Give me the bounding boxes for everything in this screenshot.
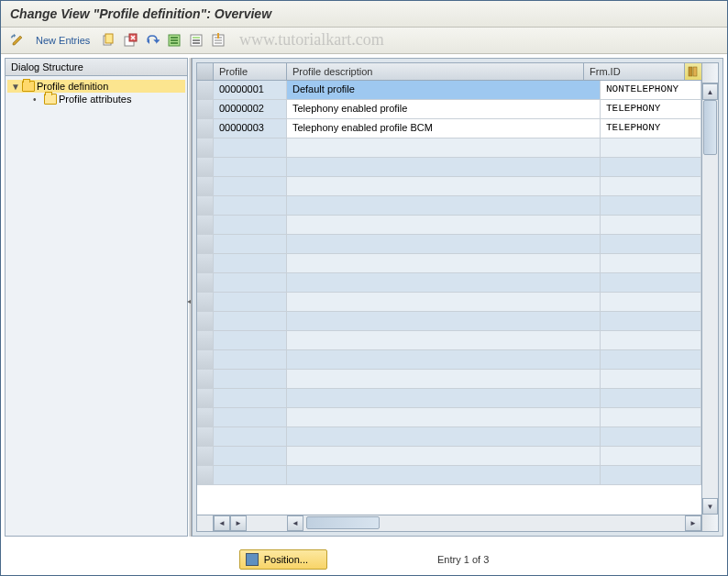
row-selector[interactable] [197,216,214,234]
delete-icon[interactable] [121,31,139,50]
tree-item-profile-definition[interactable]: ▼ Profile definition [7,80,185,93]
column-header-description[interactable]: Profile description [287,63,584,80]
cell-description[interactable] [287,331,601,349]
toggle-display-change-icon[interactable] [8,31,27,50]
row-selector[interactable] [197,389,214,407]
table-row-empty[interactable] [197,389,701,408]
table-row-empty[interactable] [197,177,701,196]
cell-frmid[interactable] [601,254,701,272]
select-block-icon[interactable] [187,31,205,50]
row-selector[interactable] [197,312,214,330]
row-selector[interactable] [197,235,214,253]
hscroll-right-button-2[interactable]: ► [685,515,701,531]
vscroll-down-button[interactable]: ▼ [702,498,718,515]
row-selector[interactable] [197,119,214,138]
cell-profile[interactable] [214,350,287,369]
row-selector[interactable] [197,196,214,215]
cell-profile[interactable] [214,312,287,330]
cell-frmid[interactable] [601,331,701,349]
cell-frmid[interactable] [601,235,701,253]
cell-description[interactable] [287,370,601,388]
vscroll-track[interactable] [702,100,718,498]
deselect-all-icon[interactable] [209,31,227,50]
cell-description[interactable]: Telephony enabled profile BCM [287,119,601,138]
row-selector[interactable] [197,158,214,176]
cell-profile[interactable] [214,235,287,253]
row-selector[interactable] [197,100,214,118]
cell-profile[interactable] [214,389,287,407]
cell-frmid[interactable] [601,408,701,426]
row-selector[interactable] [197,254,214,272]
row-selector[interactable] [197,447,214,465]
table-row[interactable]: 00000001 Default profile NONTELEPHONY [197,81,701,100]
undo-change-icon[interactable] [143,31,161,50]
copy-as-icon[interactable] [99,31,117,50]
cell-profile[interactable] [214,293,287,311]
table-row-empty[interactable] [197,427,701,447]
cell-profile[interactable] [214,331,287,349]
row-selector[interactable] [197,273,214,292]
cell-description[interactable] [287,273,601,292]
table-row-empty[interactable] [197,235,701,254]
new-entries-button[interactable]: New Entries [30,33,95,48]
table-row[interactable]: 00000003 Telephony enabled profile BCM T… [197,119,701,138]
row-selector[interactable] [197,408,214,426]
row-selector[interactable] [197,370,214,388]
cell-profile[interactable] [214,447,287,465]
splitter[interactable] [188,58,192,537]
hscroll-right-button[interactable]: ► [230,515,247,531]
select-all-icon[interactable] [165,31,183,50]
cell-frmid[interactable] [601,138,701,157]
table-row-empty[interactable] [197,331,701,350]
hscroll-track[interactable] [303,515,685,531]
row-selector[interactable] [197,177,214,195]
cell-frmid[interactable] [601,273,701,292]
table-row[interactable]: 00000002 Telephony enabled profile TELEP… [197,100,701,119]
cell-frmid[interactable] [601,389,701,407]
table-row-empty[interactable] [197,350,701,370]
table-row-empty[interactable] [197,273,701,293]
cell-description[interactable] [287,427,601,446]
cell-frmid[interactable] [601,177,701,195]
cell-frmid[interactable]: NONTELEPHONY [601,81,701,99]
cell-frmid[interactable] [601,427,701,446]
cell-profile[interactable] [214,273,287,292]
table-row-empty[interactable] [197,254,701,273]
table-row-empty[interactable] [197,216,701,235]
cell-frmid[interactable]: TELEPHONY [601,100,701,118]
hscroll-left-button-2[interactable]: ◄ [287,515,303,531]
cell-profile[interactable] [214,427,287,446]
cell-description[interactable] [287,466,601,484]
table-row-empty[interactable] [197,312,701,331]
cell-frmid[interactable] [601,370,701,388]
row-selector[interactable] [197,293,214,311]
cell-profile[interactable] [214,254,287,272]
vscroll-up-button[interactable]: ▲ [702,83,718,100]
tree-item-profile-attributes[interactable]: • Profile attributes [7,93,185,105]
cell-profile[interactable]: 00000002 [214,100,287,118]
row-selector[interactable] [197,331,214,349]
cell-description[interactable] [287,447,601,465]
cell-profile[interactable] [214,370,287,388]
cell-profile[interactable]: 00000001 [214,81,287,99]
cell-frmid[interactable]: TELEPHONY [601,119,701,138]
cell-description[interactable] [287,216,601,234]
cell-profile[interactable] [214,466,287,484]
row-selector[interactable] [197,81,214,99]
cell-description[interactable] [287,408,601,426]
cell-frmid[interactable] [601,158,701,176]
cell-frmid[interactable] [601,312,701,330]
cell-profile[interactable] [214,196,287,215]
cell-description[interactable] [287,235,601,253]
table-row-empty[interactable] [197,196,701,216]
cell-description[interactable] [287,350,601,369]
table-row-empty[interactable] [197,138,701,158]
table-row-empty[interactable] [197,293,701,312]
column-header-profile[interactable]: Profile [214,63,287,80]
column-header-frmid[interactable]: Frm.ID [584,63,685,80]
configure-columns-icon[interactable] [685,63,701,80]
cell-profile[interactable] [214,216,287,234]
cell-description[interactable] [287,293,601,311]
cell-description[interactable] [287,158,601,176]
cell-description[interactable] [287,389,601,407]
